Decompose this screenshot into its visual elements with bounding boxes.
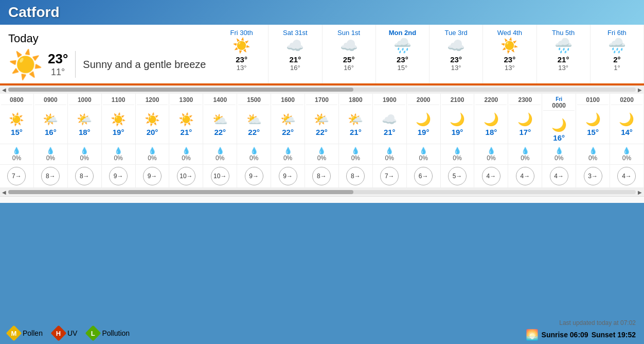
bottom-scrollbar[interactable]: ◀ ▶ (0, 188, 644, 196)
uv-letter: H (56, 329, 61, 337)
rain-drops-icon: 💧 (374, 147, 405, 154)
hour-temp: 22° (204, 128, 236, 136)
rain-percent: 0% (509, 154, 541, 162)
hour-col-12: 2000 🌙 19° (407, 94, 441, 144)
last-updated: Last updated today at 07:02 (526, 319, 636, 326)
rain-percent: 0% (306, 154, 337, 162)
rain-percent: 0% (408, 154, 439, 162)
forecast-day-label: Fri 6th (593, 29, 641, 37)
rain-drops-icon: 💧 (306, 147, 337, 154)
city-name: Catford (8, 4, 636, 25)
rain-col-11: 💧 0% (373, 144, 407, 164)
rain-col-13: 💧 0% (441, 144, 475, 164)
forecast-day-5: Wed 4th ☀️ 23° 13° (483, 25, 536, 83)
rain-row: 💧 0%💧 0%💧 0%💧 0%💧 0%💧 0%💧 0%💧 0%💧 0%💧 0%… (0, 144, 644, 165)
pollution-label: Pollution (102, 329, 130, 337)
top-scrollbar[interactable]: ◀ ▶ (0, 85, 644, 94)
wind-circle: 4→ (550, 167, 568, 185)
wind-circle: 9→ (279, 167, 297, 185)
scroll-right-arrow-bottom[interactable]: ▶ (638, 190, 642, 195)
rain-col-7: 💧 0% (237, 144, 271, 164)
pollution-letter: L (91, 329, 95, 337)
hour-icon: 🌙 (611, 113, 642, 126)
rain-drops-icon: 💧 (577, 147, 609, 154)
hour-time: 1700 (306, 95, 337, 105)
hourly-grid: 0800 ☀️ 15°0900 🌤️ 16°1000 🌤️ 18°1100 ☀️… (0, 94, 644, 144)
pollen-letter: M (11, 330, 17, 337)
today-low: 11° (51, 67, 65, 78)
hour-temp: 21° (340, 128, 371, 136)
wind-col-4: 9→ (136, 165, 170, 187)
pollen-label: Pollen (23, 329, 43, 337)
footer-right: Last updated today at 07:02 🌅 Sunrise 06… (526, 319, 636, 341)
hour-col-18: 0200 🌙 14° (610, 94, 644, 144)
hour-col-0: 0800 ☀️ 15° (0, 94, 34, 144)
hour-time: 1300 (170, 95, 202, 105)
hour-time: 0200 (611, 95, 642, 105)
forecast-day-low: 13° (432, 64, 480, 72)
scroll-right-arrow[interactable]: ▶ (638, 87, 642, 93)
hour-time: 1000 (69, 95, 100, 105)
hour-time: 2100 (442, 95, 473, 105)
footer: M Pollen H UV L Pollution Last updated t… (0, 196, 644, 203)
wind-col-9: 8→ (305, 165, 339, 187)
forecast-day-icon: 🌧️ (593, 39, 641, 53)
rain-drops-icon: 💧 (238, 147, 270, 154)
hour-col-8: 1600 🌤️ 22° (271, 94, 305, 144)
hour-icon: 🌤️ (340, 113, 371, 126)
hour-col-2: 1000 🌤️ 18° (68, 94, 102, 144)
rain-col-12: 💧 0% (407, 144, 441, 164)
uv-badge: H (50, 325, 66, 341)
hour-col-4: 1200 ☀️ 20° (136, 94, 170, 144)
hour-icon: 🌤️ (272, 113, 303, 126)
hour-col-9: 1700 🌤️ 22° (305, 94, 339, 144)
scroll-left-arrow-bottom[interactable]: ◀ (2, 190, 6, 195)
hour-col-5: 1300 ☀️ 21° (169, 94, 203, 144)
rain-col-1: 💧 0% (34, 144, 68, 164)
hour-icon: ☁️ (374, 113, 405, 126)
wind-col-14: 4→ (474, 165, 508, 187)
wind-circle: 7→ (380, 167, 399, 185)
hour-time: 1100 (103, 95, 134, 105)
wind-col-12: 6→ (407, 165, 441, 187)
forecast-day-high: 23° (217, 55, 266, 64)
forecast-day-high: 21° (271, 55, 319, 64)
forecast-day-label: Fri 30th (217, 29, 266, 37)
forecast-day-icon: ☁️ (271, 39, 319, 53)
forecast-strip: Fri 30th ☀️ 23° 13° Sat 31st ☁️ 21° 16° … (215, 25, 644, 85)
rain-col-9: 💧 0% (305, 144, 339, 164)
hour-time: 0800 (1, 95, 32, 105)
forecast-day-4: Tue 3rd ☁️ 23° 13° (430, 25, 483, 83)
scroll-left-arrow[interactable]: ◀ (2, 87, 6, 93)
wind-col-16: 4→ (542, 165, 576, 187)
sunrise-label: Sunrise 06:09 (542, 331, 588, 339)
forecast-day-icon: ☀️ (217, 39, 266, 53)
hour-icon: ⛅ (204, 113, 236, 126)
hour-temp: 21° (170, 128, 202, 136)
scrollbar-track-bottom[interactable] (8, 190, 636, 194)
wind-circle: 8→ (75, 167, 94, 185)
hour-temp: 16° (35, 128, 66, 136)
hour-icon: 🌙 (408, 113, 439, 126)
forecast-day-high: 21° (539, 55, 588, 64)
legend-group: M Pollen H UV L Pollution (8, 328, 130, 339)
hour-temp: 16° (543, 133, 575, 142)
rain-col-5: 💧 0% (169, 144, 203, 164)
wind-col-3: 9→ (102, 165, 136, 187)
sunrise-icon: 🌅 (526, 329, 539, 341)
hour-temp: 22° (306, 128, 337, 136)
scrollbar-track-top[interactable] (8, 88, 636, 92)
forecast-day-high: 23° (378, 55, 427, 64)
forecast-day-low: 13° (539, 64, 588, 72)
rain-col-4: 💧 0% (136, 144, 170, 164)
rain-percent: 0% (374, 154, 405, 162)
forecast-day-icon: ☁️ (432, 39, 480, 53)
wind-col-17: 3→ (576, 165, 610, 187)
hour-temp: 22° (272, 128, 303, 136)
sunrise-sunset: 🌅 Sunrise 06:09 Sunset 19:52 (526, 329, 636, 341)
hour-col-15: 2300 🌙 17° (508, 94, 542, 144)
wind-col-10: 8→ (339, 165, 373, 187)
forecast-day-label: Sat 31st (271, 29, 319, 37)
today-divider (75, 51, 76, 78)
hour-col-16: Fri0000 🌙 16° (542, 94, 576, 144)
